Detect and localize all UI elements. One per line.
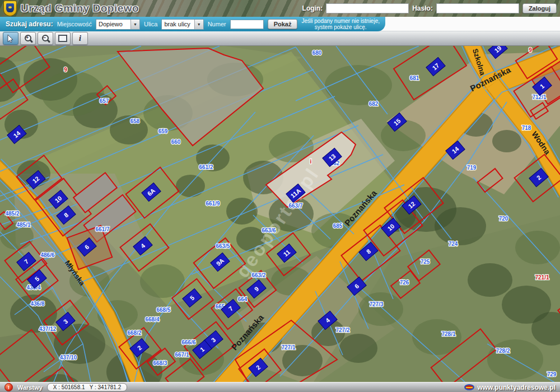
status-bar: ! Warstwy X : 501658.1 Y : 341781.2 www.… — [0, 382, 560, 392]
building-label: 721/1 — [535, 274, 549, 281]
coat-of-arms-icon — [3, 1, 17, 16]
full-extent-button[interactable] — [55, 32, 71, 45]
parcel-label: 436/8 — [30, 301, 44, 307]
street-label: Ulica — [144, 21, 157, 27]
zoom-in-button[interactable]: + — [20, 32, 36, 45]
parcel-label: 681 — [410, 75, 419, 81]
site-link[interactable]: www.punktyadresowe.pl — [477, 384, 556, 391]
punktyadresowe-logo-icon — [464, 384, 474, 390]
search-row: Szukaj adresu: Miejscowość Dopiewo ▼ Uli… — [0, 17, 560, 31]
parcel-label: 659 — [158, 128, 168, 134]
page-title: Urząd Gminy Dopiewo — [21, 2, 139, 15]
city-select-value: Dopiewo — [96, 21, 130, 27]
parcel-label: 658 — [130, 118, 140, 124]
parcel-label: 663/2 — [251, 272, 265, 278]
street-select-value: brak ulicy — [162, 21, 194, 27]
tree — [468, 263, 512, 297]
zoom-out-button[interactable]: − — [38, 32, 53, 45]
password-label: Hasło: — [412, 4, 433, 12]
search-bar: Szukaj adresu: Miejscowość Dopiewo ▼ Uli… — [0, 17, 385, 31]
password-input[interactable] — [436, 3, 519, 13]
tree — [110, 115, 148, 144]
tree — [339, 334, 377, 363]
show-button[interactable]: Pokaż — [268, 19, 298, 29]
parcel-label: 726 — [400, 279, 409, 286]
parcel-label: 727/2 — [335, 327, 349, 333]
map-viewport[interactable]: geoportal.plSzkolnaPoznańskaWodnaPoznańs… — [0, 46, 560, 382]
building-label: 9 — [64, 67, 67, 73]
map-toolbar: + − i — [0, 31, 560, 46]
tree — [515, 231, 560, 264]
parcel-label: 661/7 — [95, 226, 109, 232]
parcel-label: 661/9 — [206, 200, 220, 207]
extent-icon — [58, 35, 67, 42]
tree — [226, 198, 258, 225]
info-tool-button[interactable]: i — [72, 32, 88, 45]
parcel-label: 727/1 — [281, 344, 295, 351]
parcel-label: 660 — [171, 139, 181, 145]
building-label: 9 — [529, 47, 532, 53]
parcel-label: 718 — [522, 125, 531, 131]
parcel-label: 667/1 — [175, 352, 189, 358]
parcel-label: 486/6 — [40, 252, 54, 258]
layers-label[interactable]: Warstwy — [17, 384, 43, 391]
parcel-label: 485/1 — [16, 222, 30, 228]
city-label: Miejscowość — [57, 21, 92, 27]
street-select[interactable]: brak ulicy ▼ — [161, 19, 203, 30]
zoom-out-icon: − — [41, 34, 50, 43]
search-hint: Jeśli podany numer nie istnieje, system … — [301, 18, 380, 30]
login-button[interactable]: Zaloguj — [522, 3, 557, 13]
parcel-label: 685 — [333, 223, 343, 229]
parcel-label: 728/1 — [441, 331, 455, 337]
number-input[interactable] — [230, 20, 264, 29]
parcel-label: 720 — [499, 216, 508, 222]
parcel-label: 657 — [100, 98, 109, 104]
parcel-label: 680 — [312, 50, 322, 56]
chevron-down-icon[interactable]: ▼ — [194, 20, 203, 29]
parcel-label: 668/4 — [145, 316, 159, 323]
pointer-tool-button[interactable] — [3, 32, 18, 45]
chevron-down-icon[interactable]: ▼ — [130, 20, 139, 29]
tree — [176, 175, 205, 197]
parcel-label: 437/10 — [60, 354, 77, 361]
parcel-label: 437/12 — [39, 326, 57, 332]
parcel-label: 724 — [449, 241, 458, 247]
parcel-label: 725 — [421, 259, 430, 265]
parcel-label: 668/5 — [156, 307, 170, 313]
map-canvas[interactable]: geoportal.plSzkolnaPoznańskaWodnaPoznańs… — [0, 46, 560, 382]
pointer-icon — [7, 35, 14, 43]
parcel-label: 668/3 — [153, 360, 167, 366]
parcel-label: 485/2 — [5, 211, 19, 217]
parcel-label: 663/5 — [216, 243, 230, 249]
info-icon: i — [79, 34, 81, 43]
search-title: Szukaj adresu: — [6, 20, 53, 28]
parcel-label: 682 — [369, 101, 379, 107]
app-window: Urząd Gminy Dopiewo Login: Hasło: Zalogu… — [0, 0, 560, 392]
alert-icon[interactable]: ! — [4, 383, 13, 391]
parcel-label: 664 — [238, 296, 248, 302]
login-label: Login: — [302, 4, 323, 12]
building-label: i — [310, 158, 312, 165]
city-select[interactable]: Dopiewo ▼ — [96, 19, 140, 30]
parcel-label: 663/7 — [288, 203, 302, 209]
number-label: Numer — [208, 21, 226, 27]
parcel-label: 719 — [467, 165, 477, 171]
login-input[interactable] — [326, 3, 409, 13]
parcel-label: 666/6 — [181, 339, 195, 346]
parcel-label: 661/2 — [199, 164, 213, 170]
tree — [435, 207, 486, 245]
parcel-label: 668/2 — [127, 330, 141, 336]
header: Urząd Gminy Dopiewo Login: Hasło: Zalogu… — [0, 0, 560, 17]
zoom-in-icon: + — [24, 34, 32, 43]
parcel-label: 727/3 — [369, 301, 383, 307]
parcel-label: 729 — [547, 371, 557, 377]
tree — [492, 130, 521, 152]
parcel-label: 728/2 — [496, 348, 510, 354]
coordinates-readout: X : 501658.1 Y : 341781.2 — [47, 383, 127, 391]
parcel-label: 663/6 — [262, 227, 276, 234]
